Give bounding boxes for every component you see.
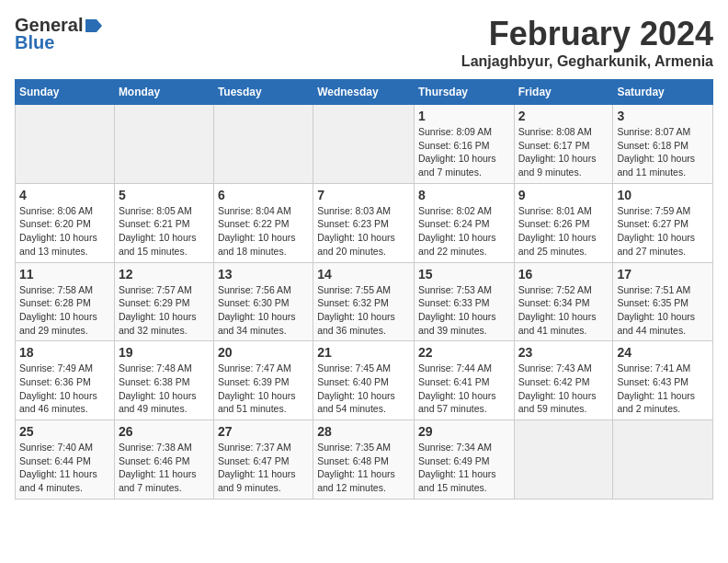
svg-marker-0 [85,19,102,32]
day-number: 7 [317,188,410,202]
day-detail: Sunrise: 7:43 AM Sunset: 6:42 PM Dayligh… [518,362,609,416]
calendar-cell: 28Sunrise: 7:35 AM Sunset: 6:48 PM Dayli… [313,420,415,500]
day-number: 5 [119,188,210,202]
calendar-week-row: 1Sunrise: 8:09 AM Sunset: 6:16 PM Daylig… [16,105,713,184]
calendar-header-row: SundayMondayTuesdayWednesdayThursdayFrid… [16,80,713,105]
day-detail: Sunrise: 7:57 AM Sunset: 6:29 PM Dayligh… [119,283,210,338]
day-detail: Sunrise: 8:02 AM Sunset: 6:24 PM Dayligh… [418,204,510,259]
day-detail: Sunrise: 8:09 AM Sunset: 6:16 PM Dayligh… [418,125,510,179]
day-number: 21 [317,345,410,360]
day-detail: Sunrise: 7:48 AM Sunset: 6:38 PM Dayligh… [119,362,210,416]
calendar-cell: 14Sunrise: 7:55 AM Sunset: 6:32 PM Dayli… [313,262,415,341]
day-number: 17 [617,267,709,282]
day-number: 23 [518,345,609,360]
calendar-cell: 4Sunrise: 8:06 AM Sunset: 6:20 PM Daylig… [16,183,115,262]
day-of-week-header: Monday [114,80,213,105]
calendar-cell: 13Sunrise: 7:56 AM Sunset: 6:30 PM Dayli… [213,262,313,341]
calendar-cell: 7Sunrise: 8:03 AM Sunset: 6:23 PM Daylig… [313,183,415,262]
day-detail: Sunrise: 8:01 AM Sunset: 6:26 PM Dayligh… [518,204,609,259]
calendar-cell: 8Sunrise: 8:02 AM Sunset: 6:24 PM Daylig… [414,183,514,262]
day-detail: Sunrise: 8:06 AM Sunset: 6:20 PM Dayligh… [19,204,110,259]
calendar-cell [16,105,115,184]
day-detail: Sunrise: 7:41 AM Sunset: 6:43 PM Dayligh… [617,362,709,416]
day-of-week-header: Tuesday [213,80,313,105]
day-number: 18 [19,345,110,360]
calendar-cell [313,105,415,184]
day-number: 1 [418,109,510,123]
day-of-week-header: Wednesday [313,80,415,105]
day-number: 15 [418,267,510,282]
day-number: 22 [418,345,510,360]
day-of-week-header: Thursday [414,80,514,105]
calendar-cell: 16Sunrise: 7:52 AM Sunset: 6:34 PM Dayli… [514,262,613,341]
calendar-cell [613,420,713,500]
calendar-week-row: 11Sunrise: 7:58 AM Sunset: 6:28 PM Dayli… [16,262,713,341]
calendar-cell: 11Sunrise: 7:58 AM Sunset: 6:28 PM Dayli… [16,262,115,341]
day-detail: Sunrise: 7:44 AM Sunset: 6:41 PM Dayligh… [418,362,510,416]
calendar-cell: 10Sunrise: 7:59 AM Sunset: 6:27 PM Dayli… [613,183,713,262]
day-number: 19 [119,345,210,360]
day-of-week-header: Saturday [613,80,713,105]
month-title: February 2024 [461,15,713,53]
calendar-cell: 18Sunrise: 7:49 AM Sunset: 6:36 PM Dayli… [16,341,115,420]
calendar-cell [213,105,313,184]
logo: General Blue [15,15,105,53]
day-detail: Sunrise: 8:08 AM Sunset: 6:17 PM Dayligh… [518,125,609,179]
day-number: 24 [617,345,709,360]
calendar-cell: 29Sunrise: 7:34 AM Sunset: 6:49 PM Dayli… [414,420,514,500]
day-number: 13 [218,267,309,282]
day-detail: Sunrise: 7:49 AM Sunset: 6:36 PM Dayligh… [19,362,110,416]
calendar-week-row: 18Sunrise: 7:49 AM Sunset: 6:36 PM Dayli… [16,341,713,420]
day-of-week-header: Sunday [16,80,115,105]
day-number: 11 [19,267,110,282]
day-number: 26 [119,424,210,439]
day-detail: Sunrise: 8:03 AM Sunset: 6:23 PM Dayligh… [317,204,410,259]
calendar-cell [114,105,213,184]
calendar-table: SundayMondayTuesdayWednesdayThursdayFrid… [15,79,713,500]
calendar-cell: 3Sunrise: 8:07 AM Sunset: 6:18 PM Daylig… [613,105,713,184]
day-number: 3 [617,109,709,123]
day-number: 2 [518,109,609,123]
day-of-week-header: Friday [514,80,613,105]
day-detail: Sunrise: 8:04 AM Sunset: 6:22 PM Dayligh… [218,204,309,259]
day-detail: Sunrise: 7:38 AM Sunset: 6:46 PM Dayligh… [119,441,210,495]
day-detail: Sunrise: 8:07 AM Sunset: 6:18 PM Dayligh… [617,125,709,179]
calendar-cell: 27Sunrise: 7:37 AM Sunset: 6:47 PM Dayli… [213,420,313,500]
day-detail: Sunrise: 7:58 AM Sunset: 6:28 PM Dayligh… [19,283,110,338]
calendar-cell: 2Sunrise: 8:08 AM Sunset: 6:17 PM Daylig… [514,105,613,184]
calendar-cell: 12Sunrise: 7:57 AM Sunset: 6:29 PM Dayli… [114,262,213,341]
day-number: 28 [317,424,410,439]
calendar-cell: 23Sunrise: 7:43 AM Sunset: 6:42 PM Dayli… [514,341,613,420]
day-detail: Sunrise: 7:34 AM Sunset: 6:49 PM Dayligh… [418,441,510,495]
calendar-cell: 24Sunrise: 7:41 AM Sunset: 6:43 PM Dayli… [613,341,713,420]
day-detail: Sunrise: 7:35 AM Sunset: 6:48 PM Dayligh… [317,441,410,495]
calendar-week-row: 25Sunrise: 7:40 AM Sunset: 6:44 PM Dayli… [16,420,713,500]
day-detail: Sunrise: 7:56 AM Sunset: 6:30 PM Dayligh… [218,283,309,338]
day-detail: Sunrise: 7:52 AM Sunset: 6:34 PM Dayligh… [518,283,609,338]
calendar-week-row: 4Sunrise: 8:06 AM Sunset: 6:20 PM Daylig… [16,183,713,262]
day-detail: Sunrise: 8:05 AM Sunset: 6:21 PM Dayligh… [119,204,210,259]
calendar-cell: 26Sunrise: 7:38 AM Sunset: 6:46 PM Dayli… [114,420,213,500]
day-number: 10 [617,188,709,202]
day-number: 14 [317,267,410,282]
day-number: 29 [418,424,510,439]
calendar-cell: 9Sunrise: 8:01 AM Sunset: 6:26 PM Daylig… [514,183,613,262]
day-number: 9 [518,188,609,202]
calendar-cell [514,420,613,500]
page-header: General Blue February 2024 Lanjaghbyur, … [15,15,713,70]
day-detail: Sunrise: 7:53 AM Sunset: 6:33 PM Dayligh… [418,283,510,338]
calendar-cell: 5Sunrise: 8:05 AM Sunset: 6:21 PM Daylig… [114,183,213,262]
calendar-cell: 17Sunrise: 7:51 AM Sunset: 6:35 PM Dayli… [613,262,713,341]
day-number: 12 [119,267,210,282]
day-number: 8 [418,188,510,202]
day-number: 25 [19,424,110,439]
calendar-cell: 21Sunrise: 7:45 AM Sunset: 6:40 PM Dayli… [313,341,415,420]
calendar-cell: 19Sunrise: 7:48 AM Sunset: 6:38 PM Dayli… [114,341,213,420]
calendar-cell: 1Sunrise: 8:09 AM Sunset: 6:16 PM Daylig… [414,105,514,184]
title-section: February 2024 Lanjaghbyur, Gegharkunik, … [461,15,713,70]
calendar-cell: 25Sunrise: 7:40 AM Sunset: 6:44 PM Dayli… [16,420,115,500]
day-detail: Sunrise: 7:45 AM Sunset: 6:40 PM Dayligh… [317,362,410,416]
day-detail: Sunrise: 7:40 AM Sunset: 6:44 PM Dayligh… [19,441,110,495]
location-title: Lanjaghbyur, Gegharkunik, Armenia [461,53,713,70]
day-detail: Sunrise: 7:59 AM Sunset: 6:27 PM Dayligh… [617,204,709,259]
